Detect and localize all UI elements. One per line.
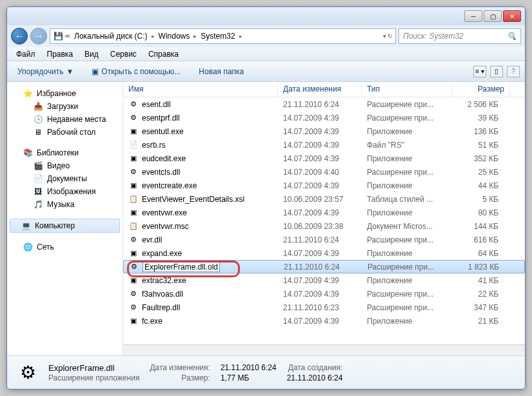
organize-button[interactable]: Упорядочить ▼ bbox=[12, 64, 79, 79]
main-area: ⭐Избранное 📥Загрузки 🕓Недавние места 🖥Ра… bbox=[7, 82, 525, 355]
file-type: Расширение при... bbox=[362, 262, 453, 272]
address-bar[interactable]: 💾 ≪ Локальный диск (C:) ▸ Windows ▸ Syst… bbox=[50, 28, 396, 44]
file-row[interactable]: 📄esrb.rs14.07.2009 4:39Файл "RS"51 КБ bbox=[123, 138, 525, 152]
file-date: 14.07.2009 4:39 bbox=[278, 113, 362, 123]
file-row[interactable]: ▣fc.exe14.07.2009 4:39Приложение21 КБ bbox=[123, 314, 525, 328]
file-size: 64 КБ bbox=[452, 248, 504, 259]
chevron-icon[interactable]: ≪ bbox=[64, 33, 70, 39]
file-icon: ▣ bbox=[128, 126, 139, 137]
file-row[interactable]: 📋eventvwr.msc10.06.2009 23:38Документ Mi… bbox=[123, 219, 525, 233]
breadcrumb-item[interactable]: Локальный диск (C:) bbox=[72, 30, 150, 42]
column-headers: Имя Дата изменения Тип Размер bbox=[123, 82, 525, 97]
help-button[interactable]: ? bbox=[507, 66, 520, 77]
file-row[interactable]: ▣extrac32.exe14.07.2009 4:39Приложение41… bbox=[123, 273, 525, 287]
file-type: Приложение bbox=[362, 248, 452, 259]
file-row[interactable]: ⚙ExplorerFrame.dll.old21.11.2010 6:24Рас… bbox=[123, 260, 525, 273]
maximize-button[interactable]: ▢ bbox=[484, 10, 502, 22]
file-name: eventcreate.exe bbox=[142, 181, 197, 190]
file-date: 14.07.2009 4:39 bbox=[278, 316, 362, 326]
menu-edit[interactable]: Правка bbox=[42, 48, 79, 60]
file-row[interactable]: ⚙esentprf.dll14.07.2009 4:39Расширение п… bbox=[123, 111, 525, 124]
file-icon: ⚙ bbox=[129, 262, 139, 272]
forward-button[interactable]: → bbox=[30, 28, 47, 45]
file-name: esent.dll bbox=[142, 100, 171, 109]
file-date: 21.11.2010 6:23 bbox=[278, 302, 362, 313]
header-size[interactable]: Размер bbox=[452, 82, 510, 97]
file-type: Таблица стилей ... bbox=[362, 194, 452, 204]
rename-input[interactable]: ExplorerFrame.dll.old bbox=[143, 262, 220, 272]
file-list: Имя Дата изменения Тип Размер ⚙esent.dll… bbox=[123, 82, 525, 355]
sidebar-music[interactable]: 🎵Музыка bbox=[7, 198, 123, 211]
sidebar-downloads[interactable]: 📥Загрузки bbox=[7, 100, 123, 113]
menu-file[interactable]: Файл bbox=[11, 48, 41, 60]
titlebar: ─ ▢ ✕ bbox=[7, 7, 525, 25]
chevron-icon[interactable]: ▸ bbox=[239, 33, 242, 39]
back-button[interactable]: ← bbox=[11, 28, 28, 45]
menu-help[interactable]: Справка bbox=[143, 48, 184, 60]
header-type[interactable]: Тип bbox=[362, 82, 452, 97]
breadcrumb-item[interactable]: System32 bbox=[198, 30, 237, 42]
file-name: esentutl.exe bbox=[142, 127, 184, 136]
file-type: Приложение bbox=[362, 316, 452, 326]
file-row[interactable]: ⚙f3ahvoas.dll14.07.2009 4:39Расширение п… bbox=[123, 287, 525, 301]
close-button[interactable]: ✕ bbox=[503, 10, 521, 22]
file-row[interactable]: 📋EventViewer_EventDetails.xsl10.06.2009 … bbox=[123, 192, 525, 206]
desktop-icon: 🖥 bbox=[33, 127, 43, 137]
file-row[interactable]: ▣esentutl.exe14.07.2009 4:39Приложение13… bbox=[123, 124, 525, 138]
new-folder-button[interactable]: Новая папка bbox=[193, 64, 249, 79]
details-pane: ⚙ ExplorerFrame.dll Дата изменения: 21.1… bbox=[7, 355, 525, 389]
file-type: Приложение bbox=[362, 208, 452, 218]
file-type: Расширение при... bbox=[362, 235, 452, 245]
menu-tools[interactable]: Сервис bbox=[105, 48, 142, 60]
file-icon: ⚙ bbox=[128, 235, 139, 245]
explorer-window: ─ ▢ ✕ ← → 💾 ≪ Локальный диск (C:) ▸ Wind… bbox=[6, 6, 526, 390]
file-date: 14.07.2009 4:39 bbox=[278, 181, 362, 191]
chevron-icon[interactable]: ▸ bbox=[152, 33, 155, 39]
view-button[interactable]: ≡ ▾ bbox=[473, 66, 486, 77]
minimize-button[interactable]: ─ bbox=[464, 10, 482, 22]
file-date: 14.07.2009 4:39 bbox=[278, 126, 362, 137]
file-row[interactable]: ⚙Faultrep.dll21.11.2010 6:23Расширение п… bbox=[123, 301, 525, 314]
file-size: 51 КБ bbox=[452, 140, 504, 150]
header-date[interactable]: Дата изменения bbox=[278, 82, 362, 97]
file-size: 616 КБ bbox=[452, 235, 504, 245]
file-row[interactable]: ⚙evr.dll21.11.2010 6:24Расширение при...… bbox=[123, 233, 525, 246]
file-name: esrb.rs bbox=[142, 141, 166, 150]
sidebar-video[interactable]: 🎬Видео bbox=[7, 159, 123, 172]
header-name[interactable]: Имя bbox=[123, 82, 278, 97]
chevron-icon[interactable]: ▸ bbox=[193, 33, 197, 39]
file-icon: ▣ bbox=[128, 208, 139, 218]
file-row[interactable]: ▣eventvwr.exe14.07.2009 4:39Приложение80… bbox=[123, 206, 525, 219]
file-icon: ⚙ bbox=[128, 99, 139, 110]
sidebar-documents[interactable]: 📄Документы bbox=[7, 172, 123, 185]
sidebar-recent[interactable]: 🕓Недавние места bbox=[7, 113, 123, 126]
file-row[interactable]: ⚙eventcls.dll14.07.2009 4:40Расширение п… bbox=[123, 165, 525, 179]
sidebar-favorites[interactable]: ⭐Избранное bbox=[7, 87, 123, 100]
sidebar-desktop[interactable]: 🖥Рабочий стол bbox=[7, 126, 123, 139]
file-row[interactable]: ▣eudcedit.exe14.07.2009 4:39Приложение35… bbox=[123, 152, 525, 165]
file-type: Файл "RS" bbox=[362, 140, 452, 150]
preview-button[interactable]: ▯ bbox=[490, 66, 503, 77]
menu-view[interactable]: Вид bbox=[79, 48, 104, 60]
file-name: fc.exe bbox=[142, 317, 163, 326]
horizontal-scrollbar[interactable] bbox=[123, 344, 525, 355]
navbar: ← → 💾 ≪ Локальный диск (C:) ▸ Windows ▸ … bbox=[7, 25, 525, 47]
recent-icon: 🕓 bbox=[33, 114, 43, 124]
breadcrumb-item[interactable]: Windows bbox=[156, 30, 193, 42]
file-row[interactable]: ▣eventcreate.exe14.07.2009 4:39Приложени… bbox=[123, 179, 525, 192]
drive-icon: 💾 bbox=[53, 31, 63, 41]
details-filename: ExplorerFrame.dll bbox=[48, 363, 139, 373]
refresh-icon[interactable]: ↻ bbox=[388, 33, 393, 39]
file-icon: 📄 bbox=[128, 140, 139, 150]
file-row[interactable]: ▣expand.exe14.07.2009 4:39Приложение64 К… bbox=[123, 246, 525, 260]
sidebar-images[interactable]: 🖼Изображения bbox=[7, 185, 123, 198]
file-date: 14.07.2009 4:39 bbox=[278, 140, 362, 150]
file-row[interactable]: ⚙esent.dll21.11.2010 6:24Расширение при.… bbox=[123, 97, 525, 111]
search-input[interactable]: Поиск: System32 🔍 bbox=[399, 28, 521, 44]
dropdown-icon[interactable]: ▾ bbox=[383, 33, 386, 39]
sidebar-computer[interactable]: 💻Компьютер bbox=[10, 219, 120, 233]
sidebar-libraries[interactable]: 📚Библиотеки bbox=[7, 146, 123, 159]
open-with-button[interactable]: ▣ Открыть с помощью... bbox=[86, 64, 186, 79]
sidebar-network[interactable]: 🌐Сеть bbox=[7, 241, 123, 253]
file-name: expand.exe bbox=[142, 249, 182, 258]
